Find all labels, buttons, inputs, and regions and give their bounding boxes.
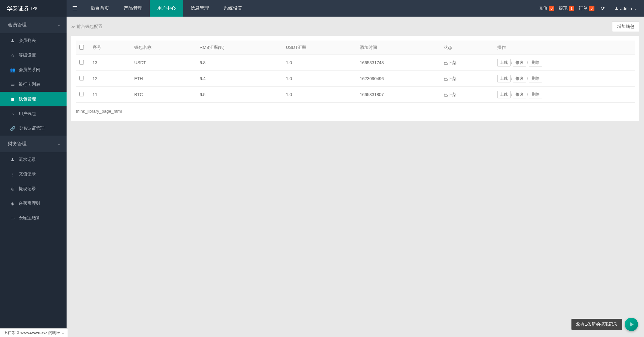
card-icon: ▭ xyxy=(10,82,15,87)
order-label: 订单 xyxy=(579,5,587,11)
table-row: 12ETH6.41.01623090496已下架上线/修改/删除 xyxy=(76,71,635,87)
cell-id: 11 xyxy=(89,87,131,103)
sidebar-item-1-0[interactable]: ♟流水记录 xyxy=(0,152,67,167)
sidebar-item-label: 会员关系网 xyxy=(19,67,40,73)
notification-toast: 您有1条新的提现记录 xyxy=(571,318,638,331)
cell-usdt: 1.0 xyxy=(283,87,356,103)
sidebar-item-1-2[interactable]: ⊕提现记录 xyxy=(0,181,67,196)
header-usdt: USDT汇率 xyxy=(283,41,356,55)
edit-button[interactable]: 修改 xyxy=(513,75,526,82)
recharge-count: 0 xyxy=(549,6,554,11)
sidebar-item-0-2[interactable]: 👥会员关系网 xyxy=(0,62,67,77)
online-button[interactable]: 上线 xyxy=(497,75,511,82)
row-checkbox[interactable] xyxy=(79,92,84,96)
header-ops: 操作 xyxy=(494,41,635,55)
cell-id: 13 xyxy=(89,55,131,71)
topbar-right: 充值 0 提现 1 订单 0 ⟳ ♟ admin ⌄ xyxy=(539,0,644,17)
order-count: 0 xyxy=(589,6,594,11)
sidebar-item-0-6[interactable]: 🔗实名认证管理 xyxy=(0,121,67,136)
recharge-label: 充值 xyxy=(539,5,547,11)
edit-button[interactable]: 修改 xyxy=(513,59,526,66)
delete-button[interactable]: 删除 xyxy=(529,75,542,82)
sidebar-item-label: 提现记录 xyxy=(19,186,36,192)
wallet-table: 序号 钱包名称 RMB汇率(%) USDT汇率 添加时间 状态 操作 13USD… xyxy=(76,41,635,103)
star-icon: ☆ xyxy=(10,53,15,58)
sidebar-item-label: 流水记录 xyxy=(19,157,36,163)
hamburger-icon[interactable]: ☰ xyxy=(67,0,83,17)
cell-name: USDT xyxy=(131,55,196,71)
topnav-item-2[interactable]: 用户中心 xyxy=(150,0,183,17)
add-wallet-button[interactable]: 增加钱包 xyxy=(612,21,639,32)
chevron-down-icon: ⌄ xyxy=(58,142,61,146)
cell-usdt: 1.0 xyxy=(283,55,356,71)
breadcrumb: ≫ 前台钱包配置 xyxy=(71,24,103,30)
user-dropdown[interactable]: ♟ admin ⌄ xyxy=(611,6,637,11)
wallet-icon: ◼ xyxy=(10,97,15,102)
cell-rmb: 6.8 xyxy=(196,55,283,71)
online-button[interactable]: 上线 xyxy=(497,91,511,98)
sidebar-item-label: 会员列表 xyxy=(19,38,36,44)
delete-button[interactable]: 删除 xyxy=(529,91,542,98)
cell-time: 1665331807 xyxy=(356,87,440,103)
cell-ops: 上线/修改/删除 xyxy=(494,87,635,103)
user-name: admin xyxy=(620,6,632,11)
sidebar-item-label: 等级设置 xyxy=(19,52,36,58)
sidebar-item-label: 实名认证管理 xyxy=(19,125,45,131)
sidebar-item-1-4[interactable]: ▭余额宝结算 xyxy=(0,211,67,225)
cell-status: 已下架 xyxy=(440,55,494,71)
cell-status: 已下架 xyxy=(440,87,494,103)
sidebar-item-1-1[interactable]: ⋮充值记录 xyxy=(0,167,67,181)
sidebar-item-0-5[interactable]: ⌂用户钱包 xyxy=(0,106,67,121)
user-icon: ♟ xyxy=(10,157,15,162)
sidebar: 会员管理⌄♟会员列表☆等级设置👥会员关系网▭银行卡列表◼钱包管理⌂用户钱包🔗实名… xyxy=(0,17,67,337)
topnav-item-0[interactable]: 后台首页 xyxy=(83,0,116,17)
order-badge[interactable]: 订单 0 xyxy=(579,5,594,11)
online-button[interactable]: 上线 xyxy=(497,59,511,66)
table-panel: 序号 钱包名称 RMB汇率(%) USDT汇率 添加时间 状态 操作 13USD… xyxy=(71,36,639,121)
sidebar-item-0-3[interactable]: ▭银行卡列表 xyxy=(0,77,67,92)
sidebar-item-label: 银行卡列表 xyxy=(19,81,40,87)
breadcrumb-text: 前台钱包配置 xyxy=(77,24,103,30)
recharge-badge[interactable]: 充值 0 xyxy=(539,5,554,11)
topnav: 后台首页产品管理用户中心信息管理系统设置 xyxy=(83,0,250,17)
chevron-down-icon: ⌄ xyxy=(634,6,637,11)
table-row: 13USDT6.81.01665331748已下架上线/修改/删除 xyxy=(76,55,635,71)
select-all-checkbox[interactable] xyxy=(79,45,84,50)
withdraw-badge[interactable]: 提现 1 xyxy=(559,5,574,11)
toast-message[interactable]: 您有1条新的提现记录 xyxy=(571,319,622,330)
brand-name: 华泰证券 xyxy=(7,5,29,12)
sidebar-item-0-0[interactable]: ♟会员列表 xyxy=(0,33,67,48)
op-sep: / xyxy=(527,92,528,97)
op-sep: / xyxy=(527,60,528,65)
header-status: 状态 xyxy=(440,41,494,55)
footer-note: think_library_page_html xyxy=(76,109,635,114)
diamond-icon: ◈ xyxy=(10,201,15,206)
sidebar-item-label: 余额宝结算 xyxy=(19,215,40,221)
cell-name: BTC xyxy=(131,87,196,103)
op-sep: / xyxy=(511,60,513,65)
sidebar-item-label: 用户钱包 xyxy=(19,111,36,117)
sidebar-group-1[interactable]: 财务管理⌄ xyxy=(0,136,67,152)
link-icon: 🔗 xyxy=(10,126,15,131)
topnav-item-3[interactable]: 信息管理 xyxy=(183,0,216,17)
toast-play-icon[interactable] xyxy=(625,318,638,331)
user-icon: ♟ xyxy=(615,6,619,11)
sidebar-item-1-3[interactable]: ◈余额宝理财 xyxy=(0,196,67,211)
topnav-item-1[interactable]: 产品管理 xyxy=(116,0,150,17)
cell-rmb: 6.5 xyxy=(196,87,283,103)
sidebar-item-label: 充值记录 xyxy=(19,171,36,177)
topnav-item-4[interactable]: 系统设置 xyxy=(216,0,250,17)
row-checkbox[interactable] xyxy=(79,76,84,80)
refresh-icon[interactable]: ⟳ xyxy=(599,5,607,11)
header-rmb: RMB汇率(%) xyxy=(196,41,283,55)
sidebar-item-0-1[interactable]: ☆等级设置 xyxy=(0,48,67,62)
sidebar-item-0-4[interactable]: ◼钱包管理 xyxy=(0,92,67,106)
edit-button[interactable]: 修改 xyxy=(513,91,526,98)
sidebar-group-0[interactable]: 会员管理⌄ xyxy=(0,17,67,33)
cell-time: 1623090496 xyxy=(356,71,440,87)
delete-button[interactable]: 删除 xyxy=(529,59,542,66)
breadcrumb-arrow-icon: ≫ xyxy=(71,25,75,29)
cell-name: ETH xyxy=(131,71,196,87)
table-row: 11BTC6.51.01665331807已下架上线/修改/删除 xyxy=(76,87,635,103)
row-checkbox[interactable] xyxy=(79,60,84,64)
